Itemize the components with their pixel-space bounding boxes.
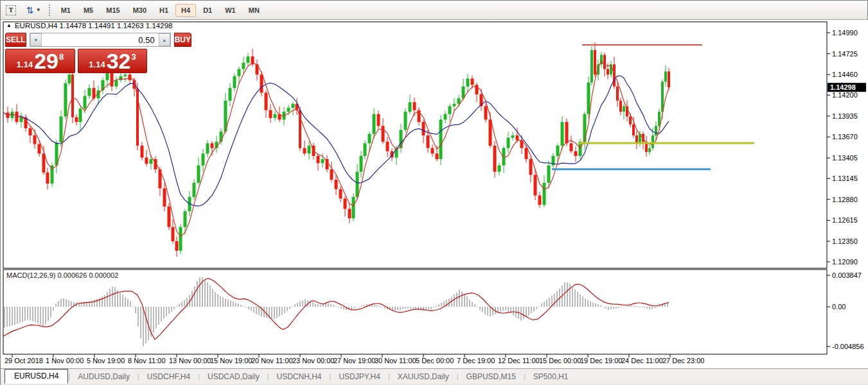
candle bbox=[511, 135, 515, 138]
price-axis-label: 1.14990 bbox=[832, 29, 858, 37]
chart-window[interactable]: ▲EURUSD,H4 1.14478 1.14491 1.14263 1.142… bbox=[1, 20, 868, 368]
candle bbox=[529, 159, 533, 175]
text-tool-button[interactable]: T bbox=[3, 3, 19, 17]
candle bbox=[172, 227, 175, 241]
toolbar-grip[interactable] bbox=[49, 4, 50, 16]
chart-tab-sp500-h1[interactable]: SP500,H1 bbox=[526, 370, 576, 384]
candle bbox=[111, 73, 114, 87]
candle bbox=[570, 143, 573, 151]
timeframe-button-h4[interactable]: H4 bbox=[175, 4, 196, 17]
candle bbox=[386, 142, 389, 151]
chart-tab-usdchf-h4[interactable]: USDCHF,H4 bbox=[139, 370, 198, 384]
candle bbox=[233, 76, 236, 88]
candle bbox=[60, 116, 63, 142]
volume-input[interactable] bbox=[42, 33, 159, 46]
candle bbox=[409, 102, 412, 112]
chart-tab-usdjpy-h4[interactable]: USDJPY,H4 bbox=[331, 370, 387, 384]
date-axis-label: 15 Dec 00:00 bbox=[539, 357, 581, 364]
macd-pane-frame bbox=[3, 270, 827, 354]
chart-tab-bar: EURUSD,H4|AUDUSD,Daily|USDCHF,H4|USDCAD,… bbox=[1, 368, 868, 384]
candle bbox=[15, 112, 19, 122]
buy-button[interactable]: BUY bbox=[174, 33, 191, 47]
sell-button[interactable]: SELL bbox=[5, 33, 26, 47]
price-axis-label: 1.12880 bbox=[832, 196, 858, 203]
sell-price-prefix: 1.14 bbox=[17, 60, 33, 69]
candle bbox=[489, 119, 492, 146]
candle bbox=[344, 199, 347, 209]
candle bbox=[594, 50, 596, 74]
timeframe-button-h1[interactable]: H1 bbox=[154, 4, 174, 17]
candle bbox=[664, 71, 667, 81]
chart-tab-usdcnh-h4[interactable]: USDCNH,H4 bbox=[269, 370, 330, 384]
candle bbox=[439, 119, 443, 159]
sell-price-button[interactable]: 1.14 29 8 bbox=[5, 49, 75, 73]
date-axis-label: 24 Dec 11:00 bbox=[621, 357, 663, 364]
candle bbox=[360, 156, 363, 172]
buy-price-button[interactable]: 1.14 32 3 bbox=[78, 49, 147, 73]
candle bbox=[317, 156, 320, 163]
timeframe-button-m30[interactable]: M30 bbox=[127, 4, 152, 17]
candle bbox=[619, 101, 622, 112]
chart-tab-gbpusd-m15[interactable]: GBPUSD,M15 bbox=[459, 370, 524, 384]
chart-title-text: EURUSD,H4 1.14478 1.14491 1.14263 1.1429… bbox=[15, 22, 173, 30]
candle bbox=[229, 88, 232, 101]
chart-tab-eurusd-h4[interactable]: EURUSD,H4 bbox=[4, 369, 68, 384]
candle bbox=[556, 146, 560, 156]
timeframe-button-m1[interactable]: M1 bbox=[55, 4, 76, 17]
candle bbox=[525, 148, 528, 159]
price-axis-label: 1.13145 bbox=[832, 175, 858, 182]
candle bbox=[348, 209, 351, 219]
price-axis-label: 1.12350 bbox=[832, 237, 858, 245]
buy-price-prefix: 1.14 bbox=[89, 60, 105, 69]
candle bbox=[364, 143, 367, 156]
candle bbox=[368, 134, 371, 144]
candle bbox=[623, 106, 625, 112]
date-axis-label: 5 Nov 19:00 bbox=[87, 357, 125, 364]
price-axis-label: 1.12615 bbox=[832, 216, 858, 224]
date-axis-label: 7 Dec 19:00 bbox=[457, 357, 495, 364]
chart-title: ▲EURUSD,H4 1.14478 1.14491 1.14263 1.142… bbox=[6, 22, 172, 30]
candle bbox=[661, 81, 664, 112]
date-axis-label: 23 Nov 00:00 bbox=[292, 357, 334, 364]
candle bbox=[538, 196, 542, 205]
chart-tab-usdcad-daily[interactable]: USDCAD,Daily bbox=[200, 370, 267, 384]
text-tool-icon: T bbox=[6, 5, 16, 15]
volume-increase-button[interactable]: ▲ bbox=[159, 33, 170, 46]
candle bbox=[145, 158, 148, 164]
candle bbox=[260, 74, 263, 92]
candle bbox=[330, 169, 333, 180]
candle bbox=[238, 69, 241, 76]
candle bbox=[668, 71, 670, 87]
chart-tab-audusd-daily[interactable]: AUDUSD,Daily bbox=[70, 370, 137, 384]
timeframe-button-w1[interactable]: W1 bbox=[219, 4, 242, 17]
date-axis-label: 13 Nov 00:00 bbox=[169, 357, 211, 364]
candle bbox=[444, 114, 447, 120]
candle bbox=[629, 116, 632, 124]
timeframe-button-d1[interactable]: D1 bbox=[197, 4, 218, 17]
timeframe-button-m15[interactable]: M15 bbox=[100, 4, 125, 17]
timeframe-button-mn[interactable]: MN bbox=[243, 4, 265, 17]
candle bbox=[202, 153, 205, 165]
buy-price-big: 32 bbox=[107, 49, 131, 73]
candle bbox=[79, 108, 82, 122]
price-axis-label: 1.12090 bbox=[832, 258, 858, 266]
candle bbox=[193, 183, 196, 197]
date-axis-label: 15 Nov 19:00 bbox=[210, 357, 252, 364]
arrange-charts-button[interactable]: ⇅ ▼ bbox=[26, 6, 41, 15]
candle bbox=[303, 148, 306, 154]
candle bbox=[377, 114, 380, 126]
price-axis-label: 1.14200 bbox=[832, 91, 858, 99]
candle bbox=[565, 122, 569, 143]
candle bbox=[46, 173, 49, 184]
candle bbox=[38, 144, 41, 154]
chart-tab-xauusd-daily[interactable]: XAUUSD,Daily bbox=[390, 370, 457, 384]
candle bbox=[493, 146, 497, 172]
volume-decrease-button[interactable]: ▼ bbox=[30, 33, 42, 46]
candle bbox=[308, 146, 311, 153]
candle bbox=[422, 122, 425, 135]
date-axis-label: 8 Nov 11:00 bbox=[128, 357, 166, 364]
arrange-arrows-icon: ⇅ bbox=[26, 6, 34, 15]
candle bbox=[547, 166, 551, 183]
candle bbox=[356, 172, 359, 197]
timeframe-button-m5[interactable]: M5 bbox=[78, 4, 99, 17]
